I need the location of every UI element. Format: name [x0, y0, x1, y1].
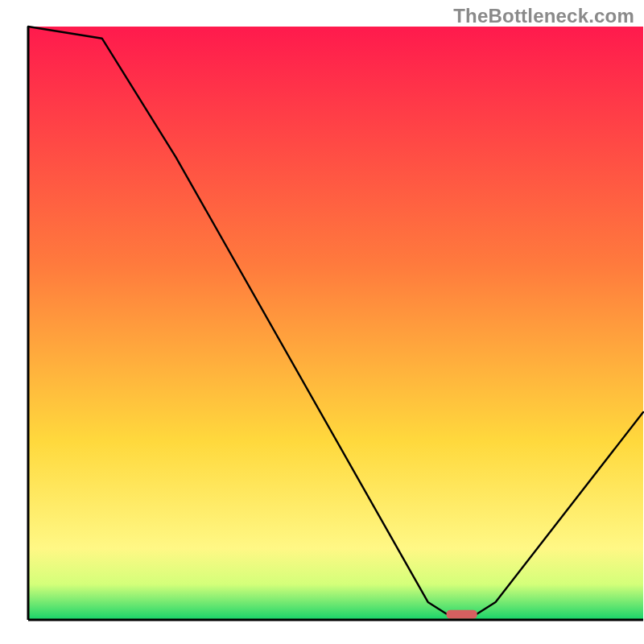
chart-container: { "watermark": "TheBottleneck.com", "cha…	[0, 0, 644, 644]
watermark-text: TheBottleneck.com	[453, 5, 634, 27]
bottleneck-chart	[0, 0, 644, 644]
optimal-marker	[447, 610, 477, 619]
